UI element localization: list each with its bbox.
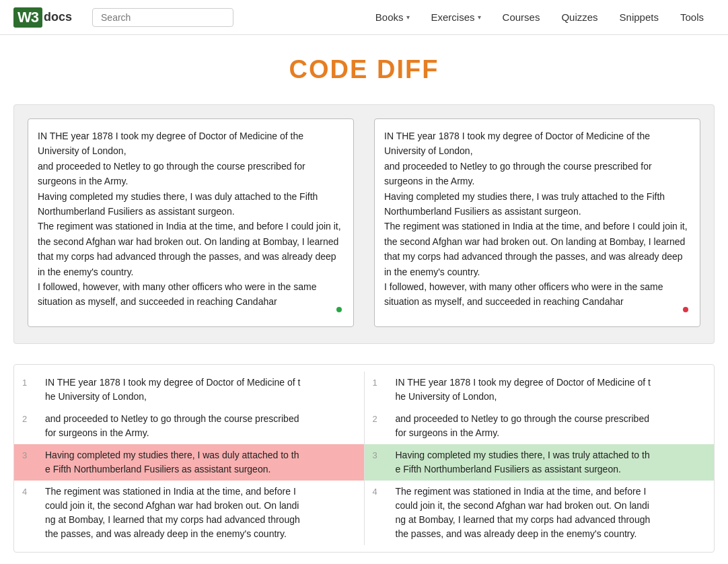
chevron-down-icon: ▾ bbox=[406, 13, 410, 21]
right-textarea[interactable]: IN THE year 1878 I took my degree of Doc… bbox=[374, 118, 700, 327]
line-number: 4 bbox=[22, 485, 36, 499]
diff-row: 1 IN THE year 1878 I took my degree of D… bbox=[14, 372, 714, 545]
left-textarea-wrapper: IN THE year 1878 I took my degree of Doc… bbox=[28, 118, 354, 330]
line-number: 2 bbox=[22, 412, 36, 426]
right-textarea-wrapper: IN THE year 1878 I took my degree of Doc… bbox=[374, 118, 700, 330]
diff-right-line-4: 4 The regiment was stationed in India at… bbox=[365, 481, 715, 545]
diff-left-line-4: 4 The regiment was stationed in India at… bbox=[14, 481, 364, 545]
diff-right-line-3: 3 Having completed my studies there, I w… bbox=[365, 444, 715, 481]
nav-courses[interactable]: Courses bbox=[492, 2, 551, 32]
line-text: IN THE year 1878 I took my degree of Doc… bbox=[45, 376, 300, 404]
diff-left-line-3: 3 Having completed my studies there, I w… bbox=[14, 444, 364, 481]
line-text: The regiment was stationed in India at t… bbox=[396, 485, 651, 541]
line-text: and proceeded to Netley to go through th… bbox=[45, 412, 299, 440]
line-number: 3 bbox=[22, 448, 36, 462]
nav-exercises[interactable]: Exercises ▾ bbox=[421, 2, 492, 32]
diff-right-side: 1 IN THE year 1878 I took my degree of D… bbox=[365, 372, 715, 545]
line-number: 1 bbox=[22, 376, 36, 390]
logo-w3: W3 bbox=[13, 7, 42, 28]
left-scroll-indicator bbox=[336, 307, 342, 312]
diff-left-line-2: 2 and proceeded to Netley to go through … bbox=[14, 408, 364, 444]
navbar: W3 docs Books ▾ Exercises ▾ Courses Quiz… bbox=[0, 0, 728, 35]
diff-right-line-2: 2 and proceeded to Netley to go through … bbox=[365, 408, 715, 444]
line-text: The regiment was stationed in India at t… bbox=[45, 485, 300, 541]
diff-left-side: 1 IN THE year 1878 I took my degree of D… bbox=[14, 372, 365, 545]
nav-tools[interactable]: Tools bbox=[669, 2, 715, 32]
page-title: CODE DIFF bbox=[0, 35, 728, 98]
chevron-down-icon: ▾ bbox=[478, 13, 481, 21]
line-text: Having completed my studies there, I was… bbox=[45, 448, 299, 477]
right-scroll-indicator bbox=[683, 307, 688, 312]
diff-container: 1 IN THE year 1878 I took my degree of D… bbox=[13, 364, 715, 553]
nav-quizzes[interactable]: Quizzes bbox=[550, 2, 608, 32]
logo[interactable]: W3 docs bbox=[13, 7, 72, 28]
line-text: Having completed my studies there, I was… bbox=[396, 448, 650, 477]
left-textarea[interactable]: IN THE year 1878 I took my degree of Doc… bbox=[28, 118, 354, 327]
line-text: and proceeded to Netley to go through th… bbox=[396, 412, 649, 440]
diff-right-line-1: 1 IN THE year 1878 I took my degree of D… bbox=[365, 372, 715, 408]
line-number: 3 bbox=[373, 448, 386, 462]
textareas-row: IN THE year 1878 I took my degree of Doc… bbox=[13, 104, 715, 344]
line-number: 4 bbox=[373, 485, 386, 499]
diff-left-line-1: 1 IN THE year 1878 I took my degree of D… bbox=[14, 372, 364, 408]
nav-snippets[interactable]: Snippets bbox=[609, 2, 669, 32]
main-container: IN THE year 1878 I took my degree of Doc… bbox=[0, 98, 728, 564]
line-text: IN THE year 1878 I took my degree of Doc… bbox=[396, 376, 651, 404]
line-number: 1 bbox=[373, 376, 386, 390]
nav-books[interactable]: Books ▾ bbox=[365, 2, 421, 32]
search-input[interactable] bbox=[92, 8, 233, 27]
logo-docs: docs bbox=[44, 10, 72, 24]
line-number: 2 bbox=[373, 412, 386, 426]
nav-links: Books ▾ Exercises ▾ Courses Quizzes Snip… bbox=[365, 2, 715, 32]
